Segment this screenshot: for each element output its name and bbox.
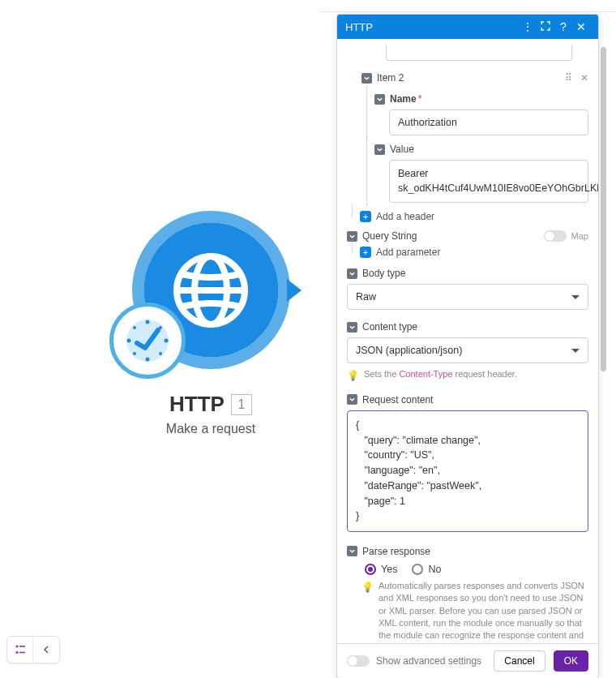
content-type-select[interactable]: JSON (application/json) <box>347 337 588 363</box>
bottom-toolbar <box>6 636 60 663</box>
parse-response-label: Parse response <box>362 546 430 557</box>
radio-selected-icon <box>365 564 376 575</box>
plus-icon: + <box>360 247 371 258</box>
add-parameter-label: Add parameter <box>376 247 440 258</box>
module-subtitle: Make a request <box>122 422 300 436</box>
panel-title: HTTP <box>345 21 373 33</box>
ok-button[interactable]: OK <box>554 650 588 672</box>
name-label: Name <box>390 93 417 105</box>
chevron-down-icon[interactable] <box>347 322 357 333</box>
query-string-map-toggle[interactable] <box>544 230 567 242</box>
module-number-badge[interactable]: 1 <box>231 394 252 415</box>
svg-point-6 <box>145 358 149 362</box>
module-title: HTTP <box>169 392 225 417</box>
panel-footer: Show advanced settings Cancel OK <box>337 643 598 678</box>
previous-input-partial[interactable] <box>386 45 572 61</box>
svg-point-7 <box>126 339 130 343</box>
scenario-canvas[interactable]: HTTP 1 Make a request <box>0 0 320 678</box>
http-module-node[interactable]: HTTP 1 Make a request <box>122 211 300 436</box>
advanced-settings-toggle[interactable] <box>347 655 370 667</box>
body-type-label: Body type <box>362 268 405 279</box>
globe-icon <box>170 250 251 331</box>
svg-point-11 <box>133 326 136 329</box>
parse-response-hint: 💡 Automatically parses responses and con… <box>347 580 588 643</box>
add-header-label: Add a header <box>376 211 434 222</box>
radio-unselected-icon <box>412 564 423 575</box>
flow-tool-button[interactable] <box>7 637 33 663</box>
request-content-label: Request content <box>362 394 433 406</box>
svg-point-14 <box>15 651 18 654</box>
svg-point-12 <box>15 645 18 647</box>
item-2-row: Item 2 ⠿ ✕ <box>361 71 588 85</box>
panel-header: HTTP ⋮ ? ✕ <box>337 15 598 39</box>
parse-response-radio-group: Yes No <box>365 564 588 575</box>
svg-point-10 <box>133 352 136 355</box>
chevron-down-icon[interactable] <box>374 94 385 105</box>
content-type-label: Content type <box>362 321 417 333</box>
request-content-textarea[interactable] <box>347 410 588 532</box>
panel-scrollbar-thumb[interactable] <box>601 47 606 371</box>
body-type-value: Raw <box>356 291 376 303</box>
body-type-select[interactable]: Raw <box>347 284 588 310</box>
chevron-down-icon[interactable] <box>347 268 357 279</box>
svg-point-9 <box>159 352 162 355</box>
bulb-icon: 💡 <box>361 581 374 594</box>
query-string-label: Query String <box>362 230 417 242</box>
map-label: Map <box>571 231 588 241</box>
chevron-down-icon[interactable] <box>347 394 357 405</box>
remove-item-icon[interactable]: ✕ <box>580 72 588 84</box>
parse-response-no[interactable]: No <box>412 564 441 575</box>
item-2-label: Item 2 <box>377 72 404 84</box>
svg-rect-15 <box>19 652 25 654</box>
caret-down-icon <box>571 349 580 353</box>
panel-body: Item 2 ⠿ ✕ Name * Val <box>337 39 598 643</box>
required-star: * <box>418 93 422 105</box>
svg-rect-13 <box>19 646 25 647</box>
cancel-button[interactable]: Cancel <box>494 650 545 672</box>
clock-icon[interactable] <box>109 303 186 379</box>
chevron-down-icon[interactable] <box>374 144 385 155</box>
http-config-panel: HTTP ⋮ ? ✕ Item 2 ⠿ ✕ <box>336 14 599 678</box>
header-value-input[interactable]: Bearer sk_odKH4tCuf4UwM10IE8vo0EeYOhGbrL… <box>389 160 588 203</box>
add-header-button[interactable]: + Add a header <box>347 211 588 222</box>
chevron-down-icon[interactable] <box>361 73 372 84</box>
module-title-row: HTTP 1 <box>122 392 300 417</box>
plus-icon: + <box>360 211 371 222</box>
value-label: Value <box>390 144 414 155</box>
close-icon[interactable]: ✕ <box>572 20 590 33</box>
caret-down-icon <box>571 295 580 299</box>
expand-icon[interactable] <box>537 20 554 33</box>
collapse-tool-button[interactable] <box>33 637 59 663</box>
bulb-icon: 💡 <box>347 369 359 383</box>
header-name-input[interactable] <box>389 109 588 135</box>
svg-point-4 <box>145 320 149 324</box>
content-type-hint: 💡 Sets the Content-Type request header. <box>347 368 588 383</box>
content-type-value: JSON (application/json) <box>356 345 462 356</box>
chevron-down-icon[interactable] <box>347 546 357 556</box>
drag-handle-icon[interactable]: ⠿ <box>565 72 572 84</box>
module-output-pointer <box>287 279 302 302</box>
add-parameter-button[interactable]: + Add parameter <box>347 247 588 258</box>
http-module-circle[interactable] <box>132 211 290 369</box>
advanced-settings-label: Show advanced settings <box>376 655 481 667</box>
svg-point-5 <box>164 339 168 343</box>
more-icon[interactable]: ⋮ <box>519 20 537 33</box>
parse-response-yes[interactable]: Yes <box>365 564 397 575</box>
help-icon[interactable]: ? <box>554 20 572 33</box>
